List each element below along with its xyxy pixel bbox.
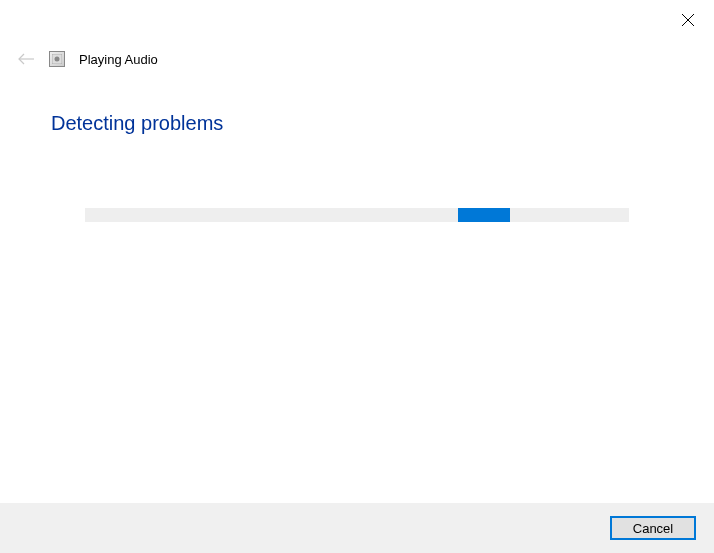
progress-bar	[85, 208, 629, 222]
window-title: Playing Audio	[79, 52, 158, 67]
close-button[interactable]	[680, 12, 696, 28]
header: Playing Audio	[17, 51, 158, 67]
cancel-button[interactable]: Cancel	[610, 516, 696, 540]
close-icon	[682, 14, 694, 26]
page-heading: Detecting problems	[51, 112, 223, 135]
back-arrow-icon	[17, 52, 35, 66]
back-button	[17, 52, 35, 66]
svg-point-4	[55, 57, 60, 62]
progress-indicator	[458, 208, 510, 222]
footer: Cancel	[0, 503, 714, 553]
troubleshooter-icon	[49, 51, 65, 67]
